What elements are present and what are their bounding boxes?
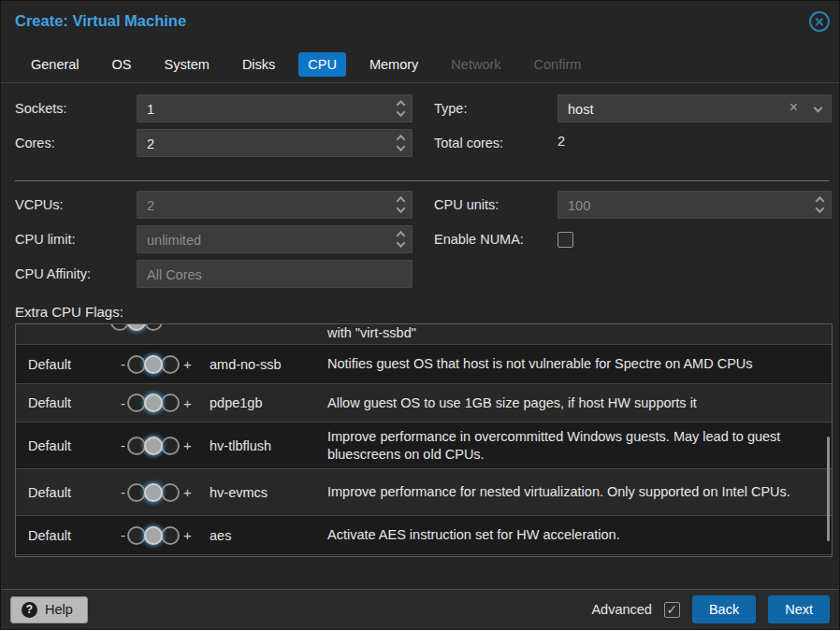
plus-icon[interactable]: + bbox=[180, 527, 196, 543]
total-cores-field: 2 bbox=[558, 129, 832, 157]
spinner-down-icon[interactable] bbox=[397, 238, 406, 248]
toggle-off-icon[interactable] bbox=[127, 355, 146, 374]
flag-name: hv-evmcs bbox=[210, 485, 327, 500]
plus-icon[interactable]: + bbox=[180, 395, 196, 411]
flag-row-partial[interactable]: with "virt-ssbd" bbox=[16, 324, 832, 345]
flag-description: with "virt-ssbd" bbox=[327, 325, 416, 340]
tab-cpu[interactable]: CPU bbox=[298, 52, 346, 77]
flag-name: pdpe1gb bbox=[210, 395, 327, 410]
sockets-spinner[interactable] bbox=[398, 102, 404, 116]
back-button[interactable]: Back bbox=[692, 595, 756, 623]
toggle-on-icon[interactable] bbox=[161, 526, 180, 545]
cpu-units-input[interactable]: 100 bbox=[558, 191, 832, 219]
help-icon: ? bbox=[22, 602, 37, 618]
tab-disks[interactable]: Disks bbox=[233, 52, 284, 77]
spinner-down-icon[interactable] bbox=[397, 204, 406, 213]
toggle-on-icon[interactable] bbox=[161, 483, 180, 502]
toggle-off-icon[interactable] bbox=[127, 526, 146, 545]
vcpus-input[interactable]: 2 bbox=[137, 191, 413, 219]
toggle-off-icon[interactable] bbox=[110, 324, 129, 331]
advanced-checkbox[interactable]: ✓ bbox=[664, 602, 680, 618]
flag-state: Default bbox=[16, 528, 109, 543]
flag-toggle[interactable]: - + bbox=[117, 394, 196, 412]
toggle-default-icon[interactable] bbox=[144, 437, 163, 455]
tab-general[interactable]: General bbox=[22, 52, 89, 77]
help-button[interactable]: ? Help bbox=[10, 596, 88, 623]
toggle-default-icon[interactable] bbox=[144, 355, 163, 374]
cpu-flags-grid: with "virt-ssbd" Default - + amd-no-ssb … bbox=[15, 323, 833, 557]
total-cores-value: 2 bbox=[558, 129, 832, 153]
cpu-limit-spinner[interactable] bbox=[398, 233, 404, 247]
toggle-default-icon[interactable] bbox=[144, 394, 163, 412]
toggle-on-icon[interactable] bbox=[161, 394, 180, 412]
toggle-off-icon[interactable] bbox=[127, 394, 146, 412]
chevron-down-icon[interactable] bbox=[815, 105, 821, 111]
grid-scrollbar[interactable] bbox=[827, 437, 830, 541]
flag-toggle[interactable]: - + bbox=[117, 437, 196, 455]
flag-name: hv-tlbflush bbox=[210, 438, 327, 453]
type-row: Type: host × bbox=[434, 94, 832, 122]
tab-memory[interactable]: Memory bbox=[360, 52, 427, 77]
tab-system[interactable]: System bbox=[155, 52, 219, 77]
toggle-off-icon[interactable] bbox=[127, 437, 146, 455]
tab-network: Network bbox=[442, 52, 510, 77]
sockets-row: Sockets: 1 bbox=[15, 94, 413, 122]
form-block1-right: Type: host × Total cores: 2 bbox=[434, 94, 832, 164]
flag-toggle[interactable]: - + bbox=[117, 526, 196, 545]
plus-icon[interactable]: + bbox=[180, 484, 196, 500]
toggle-default-icon[interactable] bbox=[144, 526, 163, 545]
flag-description: Improve performance for nested virtualiz… bbox=[327, 483, 832, 500]
sockets-input[interactable]: 1 bbox=[137, 94, 413, 122]
clear-icon[interactable]: × bbox=[789, 100, 798, 115]
tab-confirm: Confirm bbox=[525, 52, 591, 77]
flag-row-hv-evmcs[interactable]: Default - + hv-evmcs Improve performance… bbox=[16, 469, 832, 516]
plus-icon[interactable]: + bbox=[180, 437, 196, 453]
cores-input[interactable]: 2 bbox=[137, 129, 413, 157]
cpu-units-spinner[interactable] bbox=[817, 198, 823, 212]
plus-icon[interactable]: + bbox=[180, 356, 196, 372]
flag-state: Default bbox=[16, 485, 109, 500]
toggle-on-icon[interactable] bbox=[161, 355, 180, 374]
total-cores-label: Total cores: bbox=[434, 136, 558, 150]
toggle-on-icon[interactable] bbox=[161, 437, 180, 455]
spinner-down-icon[interactable] bbox=[397, 107, 406, 117]
enable-numa-label: Enable NUMA: bbox=[434, 232, 558, 247]
cpu-affinity-input[interactable]: All Cores bbox=[137, 260, 413, 288]
tab-os[interactable]: OS bbox=[103, 52, 141, 77]
flag-row-hv-tlbflush[interactable]: Default - + hv-tlbflush Improve performa… bbox=[16, 422, 832, 469]
extra-cpu-flags-label: Extra CPU Flags: bbox=[15, 304, 123, 320]
flag-row-pdpe1gb[interactable]: Default - + pdpe1gb Allow guest OS to us… bbox=[16, 384, 832, 422]
sockets-field: 1 bbox=[137, 94, 413, 122]
vcpus-field: 2 bbox=[137, 191, 413, 219]
cores-spinner[interactable] bbox=[398, 136, 404, 150]
flag-description: Improve performance in overcommitted Win… bbox=[327, 428, 832, 462]
enable-numa-checkbox[interactable] bbox=[558, 232, 573, 248]
toggle-off-icon[interactable] bbox=[127, 483, 146, 502]
flag-toggle[interactable]: - + bbox=[117, 355, 196, 374]
flag-row-aes[interactable]: Default - + aes Activate AES instruction… bbox=[16, 516, 832, 555]
cpu-units-row: CPU units: 100 bbox=[434, 191, 832, 219]
dialog-footer: ? Help Advanced ✓ Back Next bbox=[1, 589, 839, 629]
flag-row-amd-no-ssb[interactable]: Default - + amd-no-ssb Notifies guest OS… bbox=[16, 345, 832, 384]
section-divider bbox=[15, 180, 829, 181]
vcpus-spinner[interactable] bbox=[398, 198, 404, 212]
cpu-affinity-row: CPU Affinity: All Cores bbox=[15, 260, 413, 288]
cpu-limit-field: unlimited bbox=[137, 225, 413, 253]
toggle-on-icon[interactable] bbox=[144, 324, 163, 331]
spinner-down-icon[interactable] bbox=[397, 142, 406, 151]
cpu-affinity-label: CPU Affinity: bbox=[15, 266, 137, 281]
next-button[interactable]: Next bbox=[768, 595, 830, 623]
toggle-default-icon[interactable] bbox=[127, 324, 146, 331]
close-icon[interactable]: ✕ bbox=[809, 11, 830, 32]
type-label: Type: bbox=[434, 101, 558, 116]
spinner-down-icon[interactable] bbox=[816, 204, 825, 213]
flag-toggle[interactable] bbox=[112, 324, 163, 331]
flag-toggle[interactable]: - + bbox=[117, 483, 196, 502]
advanced-label: Advanced bbox=[591, 602, 652, 617]
vcpus-row: VCPUs: 2 bbox=[15, 191, 413, 219]
sockets-label: Sockets: bbox=[15, 101, 137, 116]
help-button-label: Help bbox=[45, 602, 73, 617]
cores-row: Cores: 2 bbox=[15, 129, 413, 157]
toggle-default-icon[interactable] bbox=[144, 483, 163, 502]
cpu-limit-input[interactable]: unlimited bbox=[137, 225, 413, 253]
